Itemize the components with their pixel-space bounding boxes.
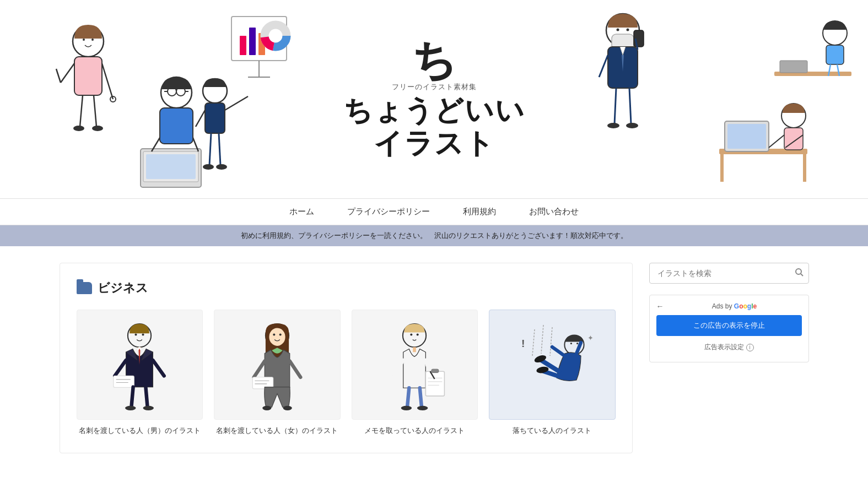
illust-card-img (352, 310, 478, 420)
illust-card-img: ! ✦ (489, 310, 616, 420)
svg-point-7 (73, 126, 84, 131)
illustration-grid: 名刺を渡している人（男）のイラスト (77, 310, 616, 436)
svg-point-111 (570, 343, 572, 344)
svg-point-121 (796, 269, 801, 274)
svg-point-81 (269, 328, 285, 346)
search-button[interactable] (795, 268, 804, 279)
svg-line-107 (532, 329, 535, 356)
svg-point-10 (91, 39, 94, 41)
svg-point-78 (135, 334, 137, 336)
svg-line-85 (290, 361, 301, 377)
svg-line-48 (614, 88, 616, 124)
search-input[interactable] (649, 263, 809, 284)
illust-card-img (214, 310, 341, 420)
main-layout: ビジネス (37, 246, 831, 470)
svg-rect-1 (74, 57, 102, 95)
section-title: ビジネス (77, 280, 616, 296)
svg-line-109 (550, 327, 552, 356)
svg-line-23 (225, 96, 248, 110)
svg-point-90 (283, 406, 292, 410)
ads-settings-label: 広告表示設定 (704, 343, 744, 352)
ads-settings[interactable]: 広告表示設定 i (656, 339, 802, 355)
svg-line-95 (393, 360, 403, 378)
svg-point-43 (627, 29, 629, 31)
svg-rect-45 (634, 30, 644, 47)
svg-line-108 (541, 325, 543, 354)
card-title: メモを取っている人のイラスト (352, 425, 478, 436)
svg-point-79 (142, 334, 144, 336)
main-nav: ホーム プライバシーポリシー 利用規約 お問い合わせ (0, 198, 868, 225)
svg-point-77 (143, 406, 154, 410)
nav-contact[interactable]: お問い合わせ (529, 207, 579, 217)
ads-by-google-label: Ads by Google (667, 302, 802, 310)
illust-mask-lady (576, 6, 670, 143)
header-center: ち フリーのイラスト素材集 ちょうどいい イラスト (343, 38, 525, 160)
ads-back-arrow[interactable]: ← (656, 302, 664, 311)
ads-header: ← Ads by Google (656, 302, 802, 311)
svg-rect-71 (114, 376, 134, 387)
search-icon (795, 268, 804, 277)
svg-line-3 (102, 63, 113, 99)
svg-line-103 (407, 388, 409, 407)
svg-point-76 (125, 406, 136, 410)
svg-rect-62 (780, 61, 807, 73)
svg-line-47 (599, 55, 608, 77)
svg-line-2 (61, 63, 74, 83)
svg-line-74 (132, 387, 133, 408)
card-title: 名刺を渡している人（女）のイラスト (214, 425, 341, 436)
svg-point-89 (262, 406, 271, 410)
svg-rect-56 (727, 124, 766, 149)
svg-point-51 (626, 123, 638, 128)
nav-terms[interactable]: 利用規約 (463, 207, 496, 217)
svg-line-70 (153, 360, 164, 376)
illust-card-img (77, 310, 203, 420)
notice-banner: 初めに利用規約、プライバシーポリシーを一読ください。 沢山のリクエストありがとう… (0, 225, 868, 246)
ad-area: ← Ads by Google この広告の表示を停止 広告表示設定 i (649, 295, 809, 362)
svg-point-8 (92, 126, 103, 131)
svg-point-82 (273, 334, 275, 336)
svg-text:✦: ✦ (587, 334, 594, 342)
svg-rect-14 (249, 28, 256, 55)
svg-point-9 (83, 39, 85, 41)
header-subtitle: フリーのイラスト素材集 (343, 82, 525, 92)
ads-stop-button[interactable]: この広告の表示を停止 (656, 315, 802, 336)
illust-card-meishi-woman[interactable]: 名刺を渡している人（女）のイラスト (214, 310, 341, 436)
svg-line-104 (420, 388, 422, 407)
svg-point-42 (617, 29, 619, 31)
svg-line-11 (56, 69, 61, 83)
nav-home[interactable]: ホーム (289, 207, 314, 217)
svg-line-49 (629, 88, 631, 124)
header-title: ちょうどいい イラスト (343, 94, 525, 160)
search-box (649, 263, 809, 284)
svg-point-105 (401, 406, 412, 410)
svg-line-75 (146, 387, 148, 408)
svg-rect-98 (432, 369, 439, 373)
card-title: 落ちている人のイラスト (489, 425, 616, 436)
svg-point-106 (417, 406, 428, 410)
site-header: ち フリーのイラスト素材集 ちょうどいい イラスト (0, 0, 868, 198)
illust-card-memo[interactable]: メモを取っている人のイラスト (352, 310, 478, 436)
sidebar: ← Ads by Google この広告の表示を停止 広告表示設定 i (649, 263, 809, 453)
svg-line-117 (552, 347, 564, 356)
svg-text:!: ! (521, 338, 525, 349)
svg-rect-97 (426, 371, 445, 396)
svg-point-92 (411, 334, 413, 336)
svg-point-83 (279, 334, 281, 336)
illust-child (769, 6, 857, 116)
svg-rect-34 (160, 108, 193, 144)
svg-line-5 (80, 95, 83, 127)
svg-point-112 (576, 343, 578, 344)
svg-rect-64 (826, 45, 844, 64)
ads-info-icon: i (746, 344, 754, 351)
main-content: ビジネス (60, 263, 633, 453)
illust-card-meishi-man[interactable]: 名刺を渡している人（男）のイラスト (77, 310, 203, 436)
illust-card-falling[interactable]: ! ✦ 落ちている人のイラスト (489, 310, 616, 436)
svg-line-59 (769, 135, 784, 148)
nav-privacy[interactable]: プライバシーポリシー (347, 207, 430, 217)
svg-line-69 (115, 360, 126, 376)
svg-point-50 (607, 123, 619, 128)
logo-character: ち (343, 38, 525, 82)
card-title: 名刺を渡している人（男）のイラスト (77, 425, 203, 436)
svg-rect-37 (146, 154, 196, 179)
illust-nurse (44, 11, 132, 187)
